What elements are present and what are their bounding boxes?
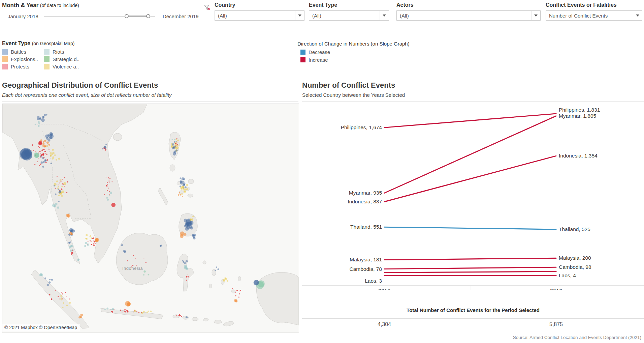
slope-label-left-thailand: Thailand, 551 xyxy=(350,224,382,230)
country-dropdown[interactable]: (All) xyxy=(215,10,304,21)
country-value: (All) xyxy=(215,11,295,20)
slope-label-right-malaysia: Malaysia, 200 xyxy=(559,255,591,261)
legend-label: Violence a.. xyxy=(53,64,79,69)
direction-legend-title: Direction of Change in Numbers (on Slope… xyxy=(297,41,410,47)
actors-value: (All) xyxy=(397,11,531,20)
slope-graph[interactable]: 20182019Philippines, 1,674Philippines, 1… xyxy=(302,101,644,290)
legend-label: Strategic d.. xyxy=(53,56,79,62)
legend-swatch xyxy=(300,57,305,62)
country-filter: Country (All) xyxy=(215,2,304,21)
chevron-down-icon xyxy=(380,11,389,20)
totals-table: Total Number of Conflict Events for the … xyxy=(302,306,644,330)
geographic-map[interactable]: Indonesia © 2021 Mapbox © OpenStreetMap xyxy=(2,104,299,333)
slope-panel-title: Number of Conflict Events xyxy=(302,81,642,90)
measure-dropdown[interactable]: Number of Conflict Events xyxy=(546,10,642,21)
map-panel-subtitle: Each dot represents one conflict event, … xyxy=(2,92,298,98)
measure-filter: Conflict Events or Fatalities Number of … xyxy=(546,2,642,21)
direction-legend: Direction of Change in Numbers (on Slope… xyxy=(297,41,410,63)
legend-swatch xyxy=(2,56,8,62)
slider-start-label: January 2018 xyxy=(8,13,38,19)
event-type-legend-subtitle: (on Geosptaial Map) xyxy=(32,41,75,46)
left-panel-divider xyxy=(2,101,298,102)
slope-label-right-cambodia: Cambodia, 98 xyxy=(559,264,591,270)
event-type-value: (All) xyxy=(309,11,380,20)
legend-swatch xyxy=(2,49,8,55)
legend-item-explosions[interactable]: Explosions.. xyxy=(2,56,44,62)
axis-year-2019: 2019 xyxy=(550,288,562,290)
event-type-label: Event Type xyxy=(309,2,389,8)
legend-item-battles[interactable]: Battles xyxy=(2,49,44,55)
slope-label-left-philippines: Philippines, 1,674 xyxy=(341,124,382,130)
slider-end-label: December 2019 xyxy=(163,13,199,19)
slope-label-left-cambodia: Cambodia, 78 xyxy=(349,266,382,272)
actors-label: Actors xyxy=(396,2,541,8)
legend-item-riots[interactable]: Riots xyxy=(44,49,90,55)
legend-label: Increase xyxy=(309,57,328,63)
map-canvas xyxy=(2,104,299,333)
slope-line-cambodia[interactable] xyxy=(384,267,556,269)
legend-swatch xyxy=(44,64,50,69)
slope-line-indonesia[interactable] xyxy=(384,156,556,202)
country-label: Country xyxy=(215,2,304,8)
totals-title: Total Number of Conflict Events for the … xyxy=(302,307,644,314)
map-panel-title: Geographical Distribution of Conflict Ev… xyxy=(2,81,298,90)
map-panel-header: Geographical Distribution of Conflict Ev… xyxy=(2,81,298,98)
event-type-filter: Event Type (All) xyxy=(309,2,389,21)
slope-label-right-laos: Laos, 4 xyxy=(559,273,576,278)
axis-year-2018: 2018 xyxy=(378,288,391,290)
event-type-legend-title: Event Type xyxy=(2,40,30,46)
slope-label-right-indonesia: Indonesia, 1,354 xyxy=(559,153,598,159)
totals-row: 4,304 5,875 xyxy=(302,318,644,330)
slope-line-myanmar[interactable] xyxy=(384,116,556,193)
chevron-down-icon xyxy=(633,11,642,20)
total-2019: 5,875 xyxy=(549,319,563,330)
legend-item-decrease[interactable]: Decrease xyxy=(300,49,410,55)
month-year-slider[interactable] xyxy=(44,13,155,19)
legend-label: Protests xyxy=(11,64,29,69)
slope-label-left-indonesia: Indonesia, 837 xyxy=(348,199,382,204)
legend-swatch xyxy=(44,56,50,62)
event-type-dropdown[interactable]: (All) xyxy=(309,10,389,21)
actors-filter: Actors (All) xyxy=(396,2,541,21)
legend-swatch xyxy=(300,50,305,55)
legend-label: Explosions.. xyxy=(11,56,38,62)
chevron-down-icon xyxy=(531,11,540,20)
slope-panel-header: Number of Conflict Events Selected Count… xyxy=(302,81,642,98)
source-caption: Source: Armed Conflict Location and Even… xyxy=(513,335,641,340)
slope-panel-subtitle: Selected Country between the Years Selec… xyxy=(302,92,642,98)
clear-filter-icon[interactable] xyxy=(204,4,211,11)
legend-item-violence-a[interactable]: Violence a.. xyxy=(44,64,90,69)
chevron-down-icon xyxy=(295,11,304,20)
total-2018: 4,304 xyxy=(378,319,391,330)
slope-label-left-myanmar: Myanmar, 935 xyxy=(349,190,382,196)
slope-line-philippines[interactable] xyxy=(384,114,556,127)
slope-line-malaysia[interactable] xyxy=(384,258,556,260)
slider-handle-left[interactable] xyxy=(125,14,129,18)
event-type-legend: Event Type (on Geosptaial Map) BattlesRi… xyxy=(2,40,90,69)
slope-label-left-laos: Laos, 3 xyxy=(365,278,382,284)
month-year-sublabel: (of data to include) xyxy=(40,3,79,8)
legend-swatch xyxy=(2,64,8,69)
slope-label-right-philippines: Philippines, 1,831 xyxy=(559,107,600,113)
measure-value: Number of Conflict Events xyxy=(546,11,633,20)
slope-line-thailand[interactable] xyxy=(384,227,556,229)
map-country-label: Indonesia xyxy=(122,266,143,271)
legend-swatch xyxy=(44,49,50,55)
map-attribution[interactable]: © 2021 Mapbox © OpenStreetMap xyxy=(2,324,80,332)
totals-divider xyxy=(471,319,471,330)
measure-label: Conflict Events or Fatalities xyxy=(546,2,642,8)
legend-label: Riots xyxy=(53,49,64,55)
slope-label-left-malaysia: Malaysia, 181 xyxy=(350,257,382,262)
month-year-filter: Month & Year (of data to include) Januar… xyxy=(2,2,199,19)
slope-line-unlabeled[interactable] xyxy=(384,271,556,273)
slope-label-right-thailand: Thailand, 525 xyxy=(559,226,590,232)
legend-item-protests[interactable]: Protests xyxy=(2,64,44,69)
legend-item-strategic-d[interactable]: Strategic d.. xyxy=(44,56,90,62)
slope-label-right-myanmar: Myanmar, 1,805 xyxy=(559,113,596,119)
slider-selected-range[interactable] xyxy=(127,16,148,17)
slider-handle-right[interactable] xyxy=(146,14,150,18)
legend-item-increase[interactable]: Increase xyxy=(300,57,410,63)
actors-dropdown[interactable]: (All) xyxy=(396,10,541,21)
legend-label: Battles xyxy=(11,49,26,55)
legend-label: Decrease xyxy=(309,49,330,55)
